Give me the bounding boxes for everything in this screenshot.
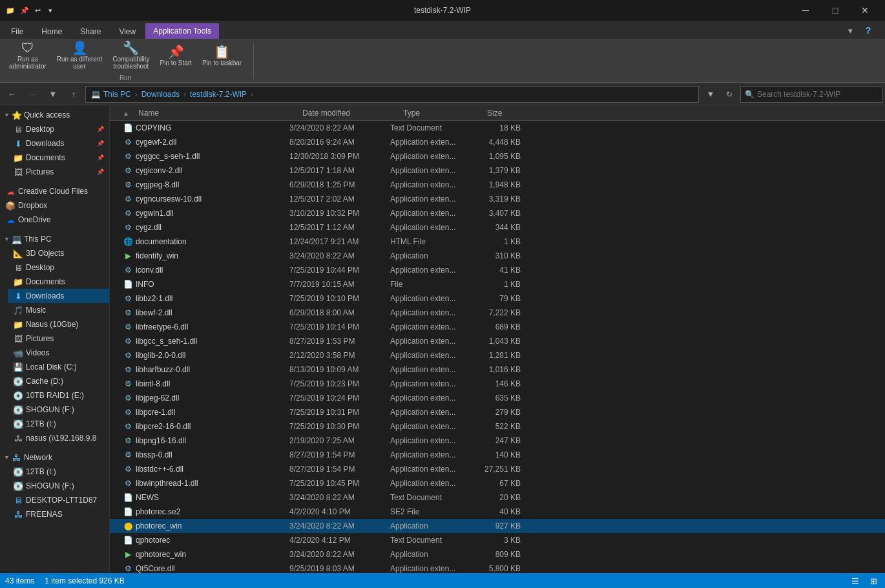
run-as-different-button[interactable]: 👤 Run as differentuser: [53, 39, 106, 72]
run-as-admin-button[interactable]: 🛡 Run asadministrator: [5, 39, 50, 72]
sidebar-item-documents-pc[interactable]: 📁 Documents: [8, 275, 109, 289]
pin-icon[interactable]: 📌: [19, 5, 30, 16]
sidebar-item-desktop[interactable]: 🖥 Desktop 📌: [8, 122, 109, 136]
table-row[interactable]: ⚙ libssp-0.dll 8/27/2019 1:54 PM Applica…: [110, 448, 885, 462]
col-name-header[interactable]: Name: [136, 109, 302, 118]
close-button[interactable]: ✕: [850, 0, 880, 21]
address-field[interactable]: 💻 This PC › Downloads › testdisk-7.2-WIP…: [85, 86, 699, 103]
sidebar-item-desktop-pc[interactable]: 🖥 Desktop: [8, 260, 109, 275]
sidebar-item-shogun-net[interactable]: 💽 SHOGUN (F:): [8, 479, 109, 493]
sidebar-item-documents-qa[interactable]: 📁 Documents 📌: [8, 151, 109, 165]
thispc-header[interactable]: ▼ 💻 This PC: [0, 232, 109, 246]
addr-thispc[interactable]: This PC: [103, 90, 131, 99]
table-row[interactable]: ⚙ cygewf-2.dll 8/20/2016 9:24 AM Applica…: [110, 135, 885, 149]
expand-icon[interactable]: ▾: [45, 5, 56, 16]
sidebar-item-12tbi[interactable]: 💽 12TB (I:): [8, 417, 109, 431]
sidebar-item-downloads-pc[interactable]: ⬇ Downloads: [8, 289, 109, 303]
compatibility-button[interactable]: 🔧 Compatibilitytroubleshoot: [109, 39, 153, 72]
pin-start-button[interactable]: 📌 Pin to Start: [156, 43, 195, 68]
sidebar-item-pictures-pc[interactable]: 🖼 Pictures: [8, 331, 109, 346]
table-row[interactable]: 🌐 documentation 12/24/2017 9:21 AM HTML …: [110, 235, 885, 249]
addr-downloads[interactable]: Downloads: [141, 90, 180, 99]
addr-dropdown-button[interactable]: ▼: [702, 86, 720, 103]
sidebar-item-12tb-net[interactable]: 💽 12TB (I:): [8, 465, 109, 479]
undo-icon[interactable]: ↩: [32, 5, 43, 16]
sidebar-item-raid1[interactable]: 💿 10TB RAID1 (E:): [8, 388, 109, 403]
maximize-button[interactable]: □: [820, 0, 850, 21]
sidebar-item-videos[interactable]: 📹 Videos: [8, 346, 109, 360]
tab-home[interactable]: Home: [33, 23, 70, 39]
file-list[interactable]: 📄 COPYING 3/24/2020 8:22 AM Text Documen…: [110, 121, 885, 573]
tab-application-tools[interactable]: Application Tools: [145, 23, 219, 39]
table-row[interactable]: 📄 COPYING 3/24/2020 8:22 AM Text Documen…: [110, 121, 885, 135]
sidebar-item-3d-objects[interactable]: 📐 3D Objects: [8, 246, 109, 260]
sidebar-item-shogunf[interactable]: 💽 SHOGUN (F:): [8, 403, 109, 417]
refresh-button[interactable]: ↻: [721, 86, 738, 103]
col-size-header[interactable]: Size: [487, 109, 539, 118]
table-row[interactable]: ▶ qphotorec_win 3/24/2020 8:22 AM Applic…: [110, 547, 885, 562]
sidebar-item-freenas[interactable]: 🖧 FREENAS: [8, 507, 109, 521]
table-row[interactable]: ⚙ cygiconv-2.dll 12/5/2017 1:18 AM Appli…: [110, 163, 885, 178]
table-row[interactable]: ⬤ photorec_win 3/24/2020 8:22 AM Applica…: [110, 519, 885, 533]
table-row[interactable]: ▶ fidentify_win 3/24/2020 8:22 AM Applic…: [110, 249, 885, 263]
sidebar-item-localc[interactable]: 💾 Local Disk (C:): [8, 360, 109, 374]
addr-testdisk[interactable]: testdisk-7.2-WIP: [190, 90, 247, 99]
sidebar-item-music[interactable]: 🎵 Music: [8, 303, 109, 317]
ribbon-help-btn[interactable]: ?: [859, 22, 877, 39]
sidebar-item-dropbox[interactable]: 📦 Dropbox: [0, 198, 109, 213]
table-row[interactable]: ⚙ libpng16-16.dll 2/19/2020 7:25 AM Appl…: [110, 434, 885, 448]
table-row[interactable]: ⚙ cygwin1.dll 3/10/2019 10:32 PM Applica…: [110, 206, 885, 220]
sidebar-item-downloads-qa[interactable]: ⬇ Downloads 📌: [8, 136, 109, 151]
table-row[interactable]: ⚙ cygz.dll 12/5/2017 1:12 AM Application…: [110, 220, 885, 235]
sidebar-item-onedrive[interactable]: ☁ OneDrive: [0, 213, 109, 227]
sidebar-item-nasus-net[interactable]: 🖧 nasus (\\192.168.9.8: [8, 431, 109, 445]
sidebar-item-creative-cloud[interactable]: ☁ Creative Cloud Files: [0, 184, 109, 198]
table-row[interactable]: ⚙ libjpeg-62.dll 7/25/2019 10:24 PM Appl…: [110, 391, 885, 405]
tab-share[interactable]: Share: [72, 23, 109, 39]
table-row[interactable]: ⚙ libfreetype-6.dll 7/25/2019 10:14 PM A…: [110, 320, 885, 334]
table-row[interactable]: ⚙ iconv.dll 7/25/2019 10:44 PM Applicati…: [110, 263, 885, 277]
table-row[interactable]: ⚙ libpcre-1.dll 7/25/2019 10:31 PM Appli…: [110, 405, 885, 419]
table-row[interactable]: ⚙ libharfbuzz-0.dll 8/13/2019 10:09 AM A…: [110, 362, 885, 377]
table-row[interactable]: ⚙ Qt5Core.dll 9/25/2019 8:03 AM Applicat…: [110, 562, 885, 573]
table-row[interactable]: ⚙ libwinpthread-1.dll 7/25/2019 10:45 PM…: [110, 476, 885, 490]
table-row[interactable]: ⚙ cygncursesw-10.dll 12/5/2017 2:02 AM A…: [110, 192, 885, 206]
table-row[interactable]: 📄 INFO 7/7/2019 10:15 AM File 1 KB: [110, 277, 885, 291]
table-row[interactable]: ⚙ libintl-8.dll 7/25/2019 10:23 PM Appli…: [110, 377, 885, 391]
table-row[interactable]: ⚙ libbz2-1.dll 7/25/2019 10:10 PM Applic…: [110, 291, 885, 306]
table-row[interactable]: ⚙ cygjpeg-8.dll 6/29/2018 1:25 PM Applic…: [110, 178, 885, 192]
search-box[interactable]: 🔍: [740, 86, 882, 103]
col-type-header[interactable]: Type: [403, 109, 487, 118]
recent-locations-button[interactable]: ▼: [44, 86, 62, 103]
table-row[interactable]: 📄 NEWS 3/24/2020 8:22 AM Text Document 2…: [110, 490, 885, 505]
table-row[interactable]: 📄 photorec.se2 4/2/2020 4:10 PM SE2 File…: [110, 505, 885, 519]
up-button[interactable]: ↑: [65, 86, 83, 103]
pictures-pc-icon: 🖼: [13, 333, 23, 344]
table-row[interactable]: ⚙ libgcc_s_seh-1.dll 8/27/2019 1:53 PM A…: [110, 334, 885, 348]
view-details-btn[interactable]: ☰: [849, 574, 862, 587]
sidebar-item-pictures-qa[interactable]: 🖼 Pictures 📌: [8, 165, 109, 179]
file-name-cell: cygncursesw-10.dll: [136, 194, 289, 204]
table-row[interactable]: ⚙ libewf-2.dll 6/29/2018 8:00 AM Applica…: [110, 306, 885, 320]
pin-taskbar-button[interactable]: 📋 Pin to taskbar: [198, 43, 245, 68]
sort-arrow-icon: ▲: [123, 110, 129, 117]
back-button[interactable]: ←: [3, 86, 21, 103]
quick-access-header[interactable]: ▼ ⭐ Quick access: [0, 108, 109, 122]
tab-view[interactable]: View: [110, 23, 144, 39]
ribbon-expand-btn[interactable]: ▾: [841, 22, 859, 39]
table-row[interactable]: ⚙ libstdc++-6.dll 8/27/2019 1:54 PM Appl…: [110, 462, 885, 476]
table-row[interactable]: ⚙ libpcre2-16-0.dll 7/25/2019 10:30 PM A…: [110, 419, 885, 434]
sidebar-item-cached[interactable]: 💽 Cache (D:): [8, 374, 109, 388]
tab-file[interactable]: File: [3, 23, 32, 39]
network-header[interactable]: ▼ 🖧 Network: [0, 450, 109, 465]
col-date-header[interactable]: Date modified: [302, 109, 403, 118]
table-row[interactable]: ⚙ libglib-2.0-0.dll 2/12/2020 3:58 PM Ap…: [110, 348, 885, 362]
minimize-button[interactable]: ─: [791, 0, 820, 21]
sidebar-item-desktop-net[interactable]: 🖥 DESKTOP-LTT1D87: [8, 493, 109, 507]
forward-button[interactable]: →: [23, 86, 41, 103]
table-row[interactable]: ⚙ cyggcc_s-seh-1.dll 12/30/2018 3:09 PM …: [110, 149, 885, 163]
view-large-btn[interactable]: ⊞: [867, 574, 880, 587]
sidebar-item-nasus[interactable]: 📁 Nasus (10Gbe): [8, 317, 109, 331]
table-row[interactable]: 📄 qphotorec 4/2/2020 4:12 PM Text Docume…: [110, 533, 885, 547]
search-input[interactable]: [757, 90, 878, 99]
